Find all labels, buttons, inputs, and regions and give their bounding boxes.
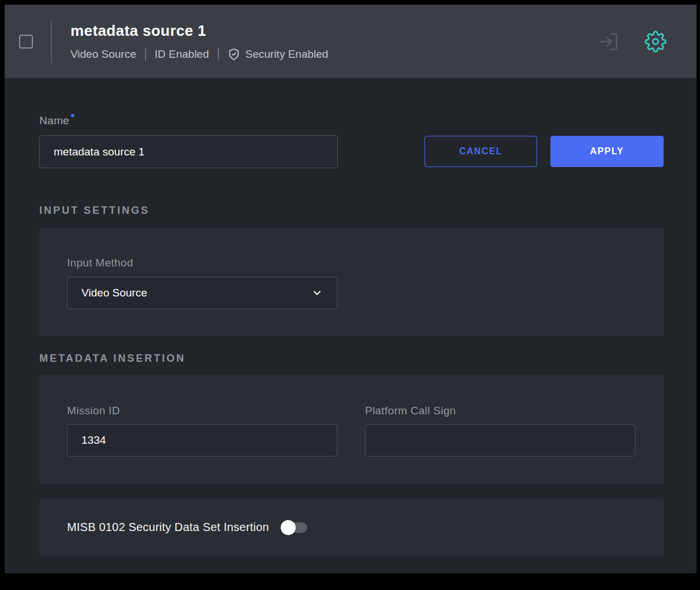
title-block: metadata source 1 Video Source ID Enable…	[70, 22, 328, 61]
gear-icon[interactable]	[645, 31, 667, 53]
misb-label: MISB 0102 Security Data Set Insertion	[67, 521, 269, 534]
toggle-knob	[281, 520, 296, 535]
platform-call-sign-input[interactable]	[365, 424, 635, 457]
input-method-label: Input Method	[67, 257, 133, 269]
mission-id-label: Mission ID	[67, 405, 120, 417]
misb-card: MISB 0102 Security Data Set Insertion	[39, 499, 664, 555]
panel-header: metadata source 1 Video Source ID Enable…	[5, 5, 697, 78]
input-settings-heading: INPUT SETTINGS	[39, 205, 150, 217]
status-row: Video Source ID Enabled Security Enabled	[70, 47, 328, 61]
metadata-insertion-heading: METADATA INSERTION	[39, 352, 185, 365]
metadata-source-panel: metadata source 1 Video Source ID Enable…	[5, 5, 697, 573]
required-dot: •	[70, 108, 75, 123]
input-settings-card: Input Method Video Source	[39, 228, 664, 336]
cancel-button[interactable]: CANCEL	[425, 136, 537, 167]
status-separator	[145, 48, 146, 61]
header-actions	[598, 31, 667, 53]
status-id-enabled: ID Enabled	[155, 48, 209, 61]
select-checkbox[interactable]	[19, 35, 33, 49]
name-label: Name•	[39, 114, 75, 127]
platform-call-sign-label: Platform Call Sign	[365, 405, 456, 417]
shield-check-icon	[228, 47, 240, 61]
status-video-source: Video Source	[70, 48, 136, 61]
name-input[interactable]	[39, 135, 338, 168]
misb-row: MISB 0102 Security Data Set Insertion	[39, 499, 664, 555]
header-divider	[51, 20, 52, 63]
status-separator	[218, 48, 219, 61]
input-method-select[interactable]: Video Source	[67, 277, 337, 309]
chevron-down-icon	[311, 287, 323, 299]
status-security-enabled: Security Enabled	[228, 47, 329, 61]
mission-id-input[interactable]	[67, 424, 337, 457]
import-arrow-icon[interactable]	[598, 31, 619, 52]
misb-toggle[interactable]	[282, 522, 307, 533]
apply-button[interactable]: APPLY	[550, 136, 664, 167]
page-title: metadata source 1	[70, 22, 328, 40]
